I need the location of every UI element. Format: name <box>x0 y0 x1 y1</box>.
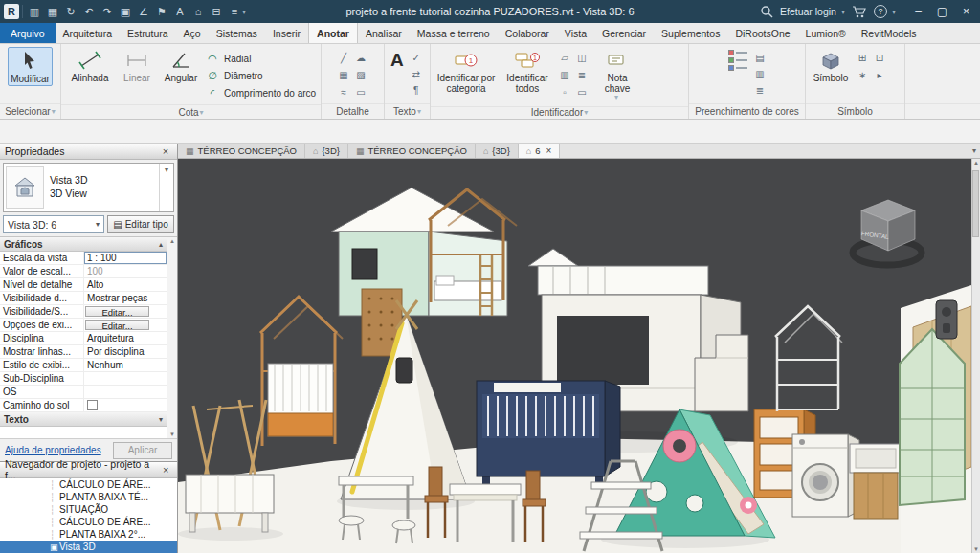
collapse-icon[interactable]: ▾ <box>159 415 163 424</box>
caption-selecionar[interactable]: Selecionar▾ <box>0 103 60 119</box>
ribbon-tab[interactable]: Massa e terreno <box>410 23 498 43</box>
tree-item[interactable]: Vista 3D <box>0 541 177 553</box>
open-file-icon[interactable]: ▥ <box>26 3 43 20</box>
wall-speaker[interactable] <box>936 300 957 339</box>
search-icon[interactable] <box>760 5 773 18</box>
dimension-option[interactable]: ∅ Diâmetro <box>206 68 316 84</box>
ribbon-tab[interactable]: Arquitetura <box>56 23 120 43</box>
tag-qat-icon[interactable]: ⚑ <box>153 3 170 20</box>
dimension-option[interactable]: ◠ Radial <box>206 51 316 67</box>
drawing-canvas[interactable]: FRONTAL ▲ ▼ <box>178 159 980 553</box>
edit-type-button[interactable]: ▤ Editar tipo <box>107 215 174 233</box>
section-graphics[interactable]: Gráficos ▴ <box>0 237 167 252</box>
property-row[interactable]: Visibilidade d... Mostrar peças <box>0 292 167 305</box>
detail-group-icon[interactable]: ▦ <box>336 67 351 82</box>
filled-region-icon[interactable]: ▨ <box>353 67 368 82</box>
project-browser-header[interactable]: Navegador de projeto - projeto a f... × <box>0 462 177 478</box>
tread-number-icon[interactable]: ▭ <box>574 84 590 100</box>
help-icon[interactable]: ? <box>874 5 887 18</box>
section-text[interactable]: Texto ▾ <box>0 412 167 427</box>
caption-detalhe[interactable]: Detalhe <box>322 103 384 119</box>
displace-elements-icon[interactable]: ▫ <box>557 84 572 100</box>
house-shelf-green[interactable] <box>900 329 965 505</box>
insulation-icon[interactable]: ≈ <box>336 84 351 100</box>
ribbon-tab[interactable]: Estrutura <box>120 23 176 43</box>
undo-icon[interactable]: ↶ <box>80 3 98 20</box>
symbol-button[interactable]: Símbolo <box>810 47 852 84</box>
pipe-legend-icon[interactable]: ▥ <box>752 66 768 81</box>
ribbon-tab[interactable]: Vista <box>557 23 594 43</box>
measure-icon[interactable]: ∠ <box>135 3 152 20</box>
tag-all-button[interactable]: 1 Identificar todos <box>501 47 554 95</box>
color-fill-legend-button[interactable] <box>726 47 749 74</box>
spell-check-icon[interactable]: ✓ <box>409 50 424 65</box>
modify-button[interactable]: Modificar <box>8 47 53 86</box>
ribbon-tab[interactable]: Anotar <box>308 23 358 43</box>
model-text-icon[interactable]: ¶ <box>409 82 424 98</box>
properties-help-link[interactable]: Ajuda de propriedades <box>5 445 101 455</box>
signin-dropdown-icon[interactable]: ▾ <box>841 8 845 16</box>
detail-line-icon[interactable]: ╱ <box>336 50 351 65</box>
text-button[interactable]: A <box>389 47 406 74</box>
ribbon-tab[interactable]: Lumion® <box>798 23 854 43</box>
qat-dropdown-icon[interactable]: ▾ <box>242 8 246 16</box>
property-row[interactable]: Caminho do sol <box>0 399 167 412</box>
keynote-button[interactable]: Nota chave ▾ <box>593 47 641 103</box>
view-tab[interactable]: ▦ TÉRREO CONCEPÇÃO × <box>178 144 305 158</box>
tree-item[interactable]: CÁLCULO DE ÁRE... <box>0 478 177 491</box>
default-3d-view-icon[interactable]: ⌂ <box>189 3 207 20</box>
caption-cota[interactable]: Cota▾ <box>61 104 321 119</box>
property-row[interactable]: Mostrar linhas... Por disciplina <box>0 345 167 359</box>
project-browser-close-icon[interactable]: × <box>159 464 172 476</box>
text-qat-icon[interactable]: A <box>171 3 189 20</box>
section-icon[interactable]: ⊟ <box>208 3 225 20</box>
maximize-button[interactable]: ▢ <box>930 0 954 23</box>
redo-icon[interactable]: ↷ <box>99 3 116 20</box>
type-selector-dropdown-icon[interactable]: ▾ <box>159 164 173 211</box>
material-tag-icon[interactable]: ◫ <box>574 50 590 65</box>
color-scheme-row-icon[interactable]: ≣ <box>752 82 768 98</box>
view-tab[interactable]: ⌂ {3D} × <box>476 144 519 158</box>
sync-icon[interactable]: ↻ <box>62 3 79 20</box>
property-row[interactable]: Escala da vista 1 : 100 <box>0 252 167 265</box>
ribbon-tab[interactable]: DiRootsOne <box>727 23 797 43</box>
find-replace-icon[interactable]: ⇄ <box>409 66 424 81</box>
caption-simbolo[interactable]: Símbolo <box>806 103 904 119</box>
tree-item[interactable]: SITUAÇÃO <box>0 503 177 516</box>
ribbon-tab[interactable]: Analisar <box>358 23 410 43</box>
ribbon-tab[interactable]: Sistemas <box>209 23 265 43</box>
properties-scrollbar[interactable]: ▲ ▼ <box>167 237 177 438</box>
view-tab-close-icon[interactable]: × <box>546 145 552 156</box>
ribbon-tab[interactable]: RevitModels <box>854 23 924 43</box>
property-row[interactable]: Opções de exi... Editar... <box>0 319 167 332</box>
span-direction-icon[interactable]: ⊞ <box>855 50 870 65</box>
tree-item[interactable]: PLANTA BAIXA TÉ... <box>0 491 177 503</box>
caption-texto[interactable]: Texto▾ <box>385 103 430 119</box>
dimension-option[interactable]: ◜ Comprimento do arco <box>206 85 316 101</box>
multicategory-tag-icon[interactable]: ▥ <box>557 67 572 82</box>
ribbon-tab[interactable]: Arquivo <box>0 23 56 43</box>
close-button[interactable]: × <box>954 0 978 23</box>
linear-dimension-button[interactable]: Linear <box>118 47 156 84</box>
stair-path-icon[interactable]: ⊡ <box>872 50 887 65</box>
cart-icon[interactable] <box>852 6 867 18</box>
ribbon-tab[interactable]: Inserir <box>265 23 308 43</box>
tag-by-category-button[interactable]: 1 Identificar por categoria <box>434 47 498 95</box>
property-row[interactable]: Sub-Disciplina <box>0 372 167 386</box>
caption-preenchimento[interactable]: Preenchimento de cores <box>689 103 805 119</box>
property-row[interactable]: Disciplina Arquitetura <box>0 332 167 345</box>
misc-symbol-icon[interactable]: ▸ <box>872 67 887 82</box>
ribbon-tab[interactable]: Suplementos <box>654 23 727 43</box>
ribbon-tab[interactable]: Aço <box>176 23 209 43</box>
properties-header[interactable]: Propriedades × <box>0 144 177 160</box>
tree-item[interactable]: CÁLCULO DE ÁRE... <box>0 516 177 528</box>
property-row[interactable]: Valor de escal... 100 <box>0 265 167 278</box>
revision-cloud-icon[interactable]: ☁ <box>353 50 368 65</box>
property-row[interactable]: OS <box>0 386 167 399</box>
view-tab[interactable]: ▦ TÉRREO CONCEPÇÃO × <box>348 144 476 158</box>
tree-item[interactable]: PLANTA BAIXA 2°... <box>0 528 177 541</box>
view-list-icon[interactable]: ▾ <box>972 144 980 158</box>
apply-button[interactable]: Aplicar <box>113 442 172 459</box>
minimize-button[interactable]: – <box>906 0 930 23</box>
area-tag-icon[interactable]: ▱ <box>557 50 572 65</box>
